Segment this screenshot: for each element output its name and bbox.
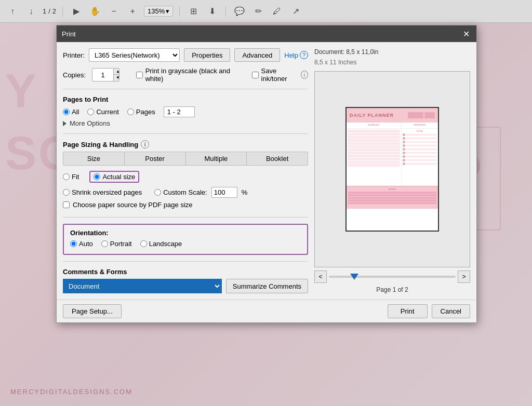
choose-paper-checkbox[interactable] xyxy=(63,201,70,208)
planner-col-headers: SCHEDULE PRIORITIES xyxy=(347,123,438,129)
dialog-close-button[interactable]: ✕ xyxy=(461,29,471,39)
cancel-button[interactable]: Cancel xyxy=(432,304,470,318)
radio-shrink-item[interactable]: Shrink oversized pages xyxy=(63,188,142,196)
radio-actual-size-item[interactable]: Actual size xyxy=(94,173,135,181)
radio-pages-label: Pages xyxy=(136,108,155,116)
radio-auto-label: Auto xyxy=(79,240,93,248)
copies-increment[interactable]: ▲ xyxy=(114,69,119,75)
priorities-header: PRIORITIES xyxy=(402,123,438,128)
dot-item-5 xyxy=(403,148,437,151)
radio-all[interactable] xyxy=(63,109,70,115)
todo-header: TO DO xyxy=(403,130,437,132)
orientation-section: Orientation: Auto Portrait Landscape xyxy=(63,224,308,255)
orientation-label: Orientation: xyxy=(70,229,301,237)
radio-landscape-label: Landscape xyxy=(149,240,182,248)
line-4 xyxy=(348,139,400,142)
radio-pages[interactable] xyxy=(127,109,134,115)
line-5 xyxy=(348,142,400,145)
planner-priority-col: TO DO xyxy=(402,129,438,186)
page-setup-button[interactable]: Page Setup... xyxy=(63,304,122,318)
footer-right: Print Cancel xyxy=(388,304,470,318)
planner-schedule-col xyxy=(347,129,402,186)
radio-portrait-item[interactable]: Portrait xyxy=(101,240,132,248)
radio-fit-item[interactable]: Fit xyxy=(63,173,79,181)
tab-poster-button[interactable]: Poster xyxy=(125,152,186,165)
radio-shrink-label: Shrink oversized pages xyxy=(72,188,142,196)
dot-item-2 xyxy=(403,137,437,140)
radio-actual-size[interactable] xyxy=(94,173,100,180)
radio-shrink[interactable] xyxy=(63,189,70,196)
radio-current-item[interactable]: Current xyxy=(87,108,118,116)
pages-range-input[interactable] xyxy=(164,106,195,117)
custom-scale-row: Shrink oversized pages Custom Scale: % xyxy=(63,187,308,198)
printer-select[interactable]: L365 Series(Network) xyxy=(89,48,180,62)
radio-current[interactable] xyxy=(87,109,94,115)
dialog-title: Print xyxy=(62,30,76,38)
dot-item-4 xyxy=(403,144,437,147)
print-button[interactable]: Print xyxy=(388,304,428,318)
radio-custom-scale[interactable] xyxy=(154,189,161,196)
radio-auto-item[interactable]: Auto xyxy=(70,240,93,248)
tab-booklet-button[interactable]: Booklet xyxy=(247,152,308,165)
radio-all-item[interactable]: All xyxy=(63,108,79,116)
dot-item-6 xyxy=(403,152,437,154)
dot-line-3 xyxy=(406,141,437,143)
radio-auto[interactable] xyxy=(70,240,77,247)
doc-size-label: 8,5 x 11 Inches xyxy=(314,59,470,66)
radio-pages-item[interactable]: Pages xyxy=(127,108,155,116)
radio-landscape[interactable] xyxy=(140,240,147,247)
notes-line-5 xyxy=(348,202,436,204)
prev-page-button[interactable]: < xyxy=(314,270,327,283)
grayscale-checkbox[interactable] xyxy=(136,72,143,78)
copies-input[interactable] xyxy=(92,69,113,81)
dot-line-5 xyxy=(406,148,437,150)
comments-select[interactable]: Document xyxy=(63,279,222,293)
line-2 xyxy=(348,133,400,136)
sizing-info-icon[interactable]: i xyxy=(141,140,149,148)
dot-3 xyxy=(403,141,405,143)
more-options[interactable]: More Options xyxy=(63,119,308,127)
dot-line-6 xyxy=(406,152,437,154)
radio-custom-scale-label: Custom Scale: xyxy=(163,188,207,196)
radio-fit[interactable] xyxy=(63,173,70,180)
save-ink-checkbox[interactable] xyxy=(252,72,259,78)
radio-fit-label: Fit xyxy=(72,173,79,181)
dot-8 xyxy=(403,159,405,161)
doc-info: Document: 8,5 x 11,0in xyxy=(314,48,470,56)
pages-section: Pages to Print All Current Pages xyxy=(63,96,308,127)
dot-item-7 xyxy=(403,155,437,158)
summarize-button[interactable]: Summarize Comments xyxy=(226,279,308,293)
sep-4 xyxy=(63,261,308,262)
dot-item-9 xyxy=(403,163,437,165)
copies-decrement[interactable]: ▼ xyxy=(114,75,119,81)
notes-line-1 xyxy=(348,192,436,194)
dot-item-8 xyxy=(403,159,437,161)
choose-paper-row: Choose paper source by PDF page size xyxy=(63,201,308,209)
comments-section: Comments & Forms Document Summarize Comm… xyxy=(63,268,308,293)
sep-2 xyxy=(63,133,308,134)
preview-page: DAILY PLANNER SCHEDULE PRIORITIES xyxy=(345,107,439,232)
dot-line-4 xyxy=(406,145,437,146)
properties-button[interactable]: Properties xyxy=(184,48,230,62)
printer-label: Printer: xyxy=(63,51,85,59)
printer-row: Printer: L365 Series(Network) Properties… xyxy=(63,48,280,62)
dot-line-8 xyxy=(406,159,437,161)
radio-landscape-item[interactable]: Landscape xyxy=(140,240,182,248)
line-11 xyxy=(348,161,400,164)
custom-scale-input[interactable] xyxy=(211,187,237,198)
advanced-button[interactable]: Advanced xyxy=(234,48,280,62)
sep-3 xyxy=(63,217,308,218)
line-6 xyxy=(348,145,400,148)
tab-multiple-button[interactable]: Multiple xyxy=(186,152,247,165)
notes-lines xyxy=(348,192,436,204)
dot-5 xyxy=(403,148,405,151)
tab-size-button[interactable]: Size xyxy=(63,152,125,165)
radio-portrait[interactable] xyxy=(101,240,108,247)
grayscale-label: Print in grayscale (black and white) xyxy=(145,67,237,83)
next-page-button[interactable]: > xyxy=(458,270,470,283)
choose-paper-label: Choose paper source by PDF page size xyxy=(73,201,193,209)
notes-line-4 xyxy=(348,199,436,201)
help-link[interactable]: Help ? xyxy=(284,51,308,59)
save-ink-info-icon[interactable]: i xyxy=(301,71,308,79)
radio-custom-scale-item[interactable]: Custom Scale: xyxy=(154,188,207,196)
